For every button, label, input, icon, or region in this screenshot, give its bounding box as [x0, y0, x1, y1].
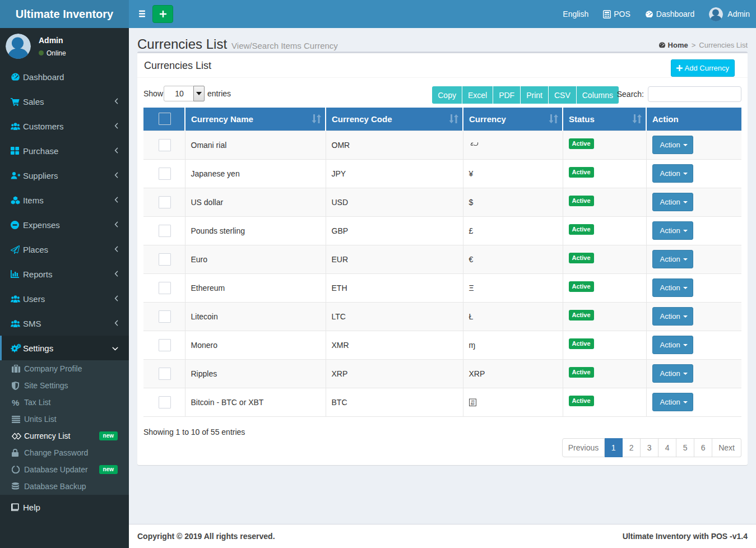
- svg-text:BF: BF: [470, 402, 475, 406]
